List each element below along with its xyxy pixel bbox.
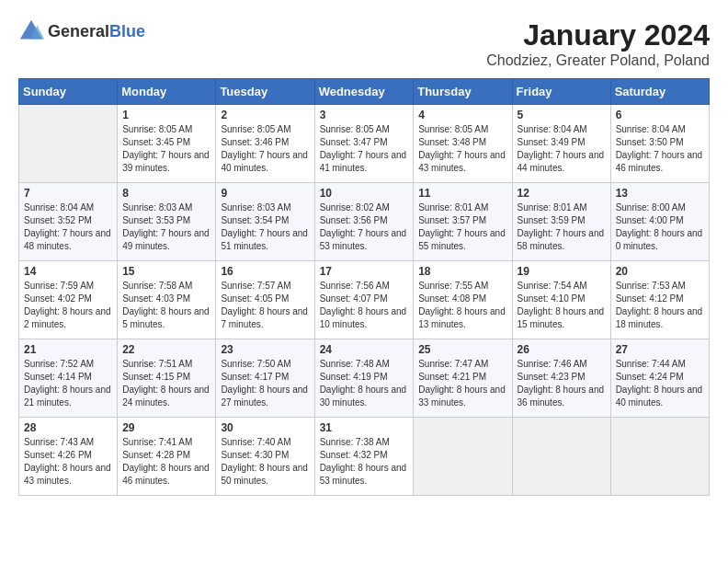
calendar-cell: 11Sunrise: 8:01 AMSunset: 3:57 PMDayligh… bbox=[414, 183, 512, 261]
day-number: 17 bbox=[320, 265, 409, 278]
weekday-header-sunday: Sunday bbox=[19, 79, 118, 105]
logo-text: GeneralBlue bbox=[48, 22, 145, 41]
calendar-cell: 27Sunrise: 7:44 AMSunset: 4:24 PMDayligh… bbox=[610, 339, 709, 418]
calendar-cell: 1Sunrise: 8:05 AMSunset: 3:45 PMDaylight… bbox=[118, 105, 216, 183]
week-row-4: 28Sunrise: 7:43 AMSunset: 4:26 PMDayligh… bbox=[19, 418, 710, 496]
day-number: 26 bbox=[518, 343, 606, 356]
day-number: 1 bbox=[122, 109, 210, 121]
logo-icon bbox=[18, 18, 44, 44]
day-number: 30 bbox=[221, 421, 309, 434]
day-number: 4 bbox=[418, 109, 506, 121]
day-number: 6 bbox=[616, 109, 704, 121]
day-info: Sunrise: 7:46 AMSunset: 4:23 PMDaylight:… bbox=[518, 358, 606, 409]
day-info: Sunrise: 8:05 AMSunset: 3:47 PMDaylight:… bbox=[320, 123, 409, 175]
day-number: 11 bbox=[418, 187, 506, 200]
calendar-cell: 20Sunrise: 7:53 AMSunset: 4:12 PMDayligh… bbox=[610, 261, 709, 339]
week-row-0: 1Sunrise: 8:05 AMSunset: 3:45 PMDaylight… bbox=[19, 105, 710, 183]
calendar-cell: 13Sunrise: 8:00 AMSunset: 4:00 PMDayligh… bbox=[610, 183, 709, 261]
day-info: Sunrise: 7:58 AMSunset: 4:03 PMDaylight:… bbox=[122, 280, 210, 331]
weekday-header-monday: Monday bbox=[118, 79, 216, 105]
header: GeneralBlue January 2024 Chodziez, Great… bbox=[18, 18, 710, 69]
day-info: Sunrise: 8:03 AMSunset: 3:53 PMDaylight:… bbox=[122, 201, 210, 253]
day-info: Sunrise: 7:51 AMSunset: 4:15 PMDaylight:… bbox=[122, 358, 210, 409]
calendar-cell: 23Sunrise: 7:50 AMSunset: 4:17 PMDayligh… bbox=[216, 339, 314, 418]
day-info: Sunrise: 8:04 AMSunset: 3:52 PMDaylight:… bbox=[24, 201, 112, 253]
day-number: 7 bbox=[24, 187, 112, 200]
subtitle: Chodziez, Greater Poland, Poland bbox=[486, 52, 710, 69]
day-info: Sunrise: 7:38 AMSunset: 4:32 PMDaylight:… bbox=[320, 436, 409, 488]
day-info: Sunrise: 7:59 AMSunset: 4:02 PMDaylight:… bbox=[24, 280, 112, 331]
day-number: 10 bbox=[320, 187, 409, 200]
day-info: Sunrise: 7:48 AMSunset: 4:19 PMDaylight:… bbox=[320, 358, 409, 409]
day-number: 18 bbox=[418, 265, 506, 278]
weekday-header-tuesday: Tuesday bbox=[216, 79, 314, 105]
day-number: 24 bbox=[320, 343, 409, 356]
day-info: Sunrise: 7:50 AMSunset: 4:17 PMDaylight:… bbox=[221, 358, 309, 409]
day-info: Sunrise: 7:56 AMSunset: 4:07 PMDaylight:… bbox=[320, 280, 409, 331]
day-number: 2 bbox=[221, 109, 309, 121]
calendar-cell: 7Sunrise: 8:04 AMSunset: 3:52 PMDaylight… bbox=[19, 183, 118, 261]
day-number: 21 bbox=[24, 343, 112, 356]
day-info: Sunrise: 8:02 AMSunset: 3:56 PMDaylight:… bbox=[320, 201, 409, 253]
calendar-cell: 6Sunrise: 8:04 AMSunset: 3:50 PMDaylight… bbox=[610, 105, 709, 183]
calendar-cell bbox=[610, 418, 709, 496]
calendar-cell: 3Sunrise: 8:05 AMSunset: 3:47 PMDaylight… bbox=[314, 105, 414, 183]
calendar-cell: 5Sunrise: 8:04 AMSunset: 3:49 PMDaylight… bbox=[512, 105, 610, 183]
calendar-cell: 12Sunrise: 8:01 AMSunset: 3:59 PMDayligh… bbox=[512, 183, 610, 261]
day-number: 27 bbox=[616, 343, 704, 356]
day-info: Sunrise: 8:04 AMSunset: 3:50 PMDaylight:… bbox=[616, 123, 704, 175]
day-number: 13 bbox=[616, 187, 704, 200]
calendar-cell: 8Sunrise: 8:03 AMSunset: 3:53 PMDaylight… bbox=[118, 183, 216, 261]
calendar-cell bbox=[19, 105, 118, 183]
calendar-cell: 19Sunrise: 7:54 AMSunset: 4:10 PMDayligh… bbox=[512, 261, 610, 339]
calendar-cell: 30Sunrise: 7:40 AMSunset: 4:30 PMDayligh… bbox=[216, 418, 314, 496]
day-number: 9 bbox=[221, 187, 309, 200]
calendar-cell: 16Sunrise: 7:57 AMSunset: 4:05 PMDayligh… bbox=[216, 261, 314, 339]
day-info: Sunrise: 7:55 AMSunset: 4:08 PMDaylight:… bbox=[418, 280, 506, 331]
calendar-cell: 29Sunrise: 7:41 AMSunset: 4:28 PMDayligh… bbox=[118, 418, 216, 496]
weekday-header-row: SundayMondayTuesdayWednesdayThursdayFrid… bbox=[19, 79, 710, 105]
calendar-cell: 28Sunrise: 7:43 AMSunset: 4:26 PMDayligh… bbox=[19, 418, 118, 496]
calendar-cell: 2Sunrise: 8:05 AMSunset: 3:46 PMDaylight… bbox=[216, 105, 314, 183]
week-row-1: 7Sunrise: 8:04 AMSunset: 3:52 PMDaylight… bbox=[19, 183, 710, 261]
day-info: Sunrise: 7:52 AMSunset: 4:14 PMDaylight:… bbox=[24, 358, 112, 409]
week-row-3: 21Sunrise: 7:52 AMSunset: 4:14 PMDayligh… bbox=[19, 339, 710, 418]
calendar-cell: 22Sunrise: 7:51 AMSunset: 4:15 PMDayligh… bbox=[118, 339, 216, 418]
week-row-2: 14Sunrise: 7:59 AMSunset: 4:02 PMDayligh… bbox=[19, 261, 710, 339]
calendar-cell: 31Sunrise: 7:38 AMSunset: 4:32 PMDayligh… bbox=[314, 418, 414, 496]
day-number: 15 bbox=[122, 265, 210, 278]
day-info: Sunrise: 8:05 AMSunset: 3:48 PMDaylight:… bbox=[418, 123, 506, 175]
day-info: Sunrise: 7:44 AMSunset: 4:24 PMDaylight:… bbox=[616, 358, 704, 409]
calendar-cell: 10Sunrise: 8:02 AMSunset: 3:56 PMDayligh… bbox=[314, 183, 414, 261]
main-title: January 2024 bbox=[486, 18, 710, 52]
day-info: Sunrise: 8:03 AMSunset: 3:54 PMDaylight:… bbox=[221, 201, 309, 253]
day-info: Sunrise: 7:40 AMSunset: 4:30 PMDaylight:… bbox=[221, 436, 309, 488]
day-info: Sunrise: 8:01 AMSunset: 3:59 PMDaylight:… bbox=[518, 201, 606, 253]
day-number: 5 bbox=[518, 109, 606, 121]
calendar-cell: 24Sunrise: 7:48 AMSunset: 4:19 PMDayligh… bbox=[314, 339, 414, 418]
calendar-cell: 18Sunrise: 7:55 AMSunset: 4:08 PMDayligh… bbox=[414, 261, 512, 339]
day-info: Sunrise: 7:47 AMSunset: 4:21 PMDaylight:… bbox=[418, 358, 506, 409]
day-info: Sunrise: 8:01 AMSunset: 3:57 PMDaylight:… bbox=[418, 201, 506, 253]
day-number: 3 bbox=[320, 109, 409, 121]
day-info: Sunrise: 7:54 AMSunset: 4:10 PMDaylight:… bbox=[518, 280, 606, 331]
day-info: Sunrise: 8:04 AMSunset: 3:49 PMDaylight:… bbox=[518, 123, 606, 175]
logo: GeneralBlue bbox=[18, 18, 145, 44]
day-number: 25 bbox=[418, 343, 506, 356]
calendar-cell: 21Sunrise: 7:52 AMSunset: 4:14 PMDayligh… bbox=[19, 339, 118, 418]
day-number: 19 bbox=[518, 265, 606, 278]
day-number: 28 bbox=[24, 421, 112, 434]
weekday-header-thursday: Thursday bbox=[414, 79, 512, 105]
day-info: Sunrise: 8:00 AMSunset: 4:00 PMDaylight:… bbox=[616, 201, 704, 253]
calendar-cell: 4Sunrise: 8:05 AMSunset: 3:48 PMDaylight… bbox=[414, 105, 512, 183]
day-number: 12 bbox=[518, 187, 606, 200]
day-number: 22 bbox=[122, 343, 210, 356]
weekday-header-friday: Friday bbox=[512, 79, 610, 105]
day-number: 20 bbox=[616, 265, 704, 278]
day-number: 31 bbox=[320, 421, 409, 434]
title-area: January 2024 Chodziez, Greater Poland, P… bbox=[486, 18, 710, 69]
day-number: 14 bbox=[24, 265, 112, 278]
calendar-cell: 9Sunrise: 8:03 AMSunset: 3:54 PMDaylight… bbox=[216, 183, 314, 261]
calendar-cell: 17Sunrise: 7:56 AMSunset: 4:07 PMDayligh… bbox=[314, 261, 414, 339]
calendar-cell: 15Sunrise: 7:58 AMSunset: 4:03 PMDayligh… bbox=[118, 261, 216, 339]
